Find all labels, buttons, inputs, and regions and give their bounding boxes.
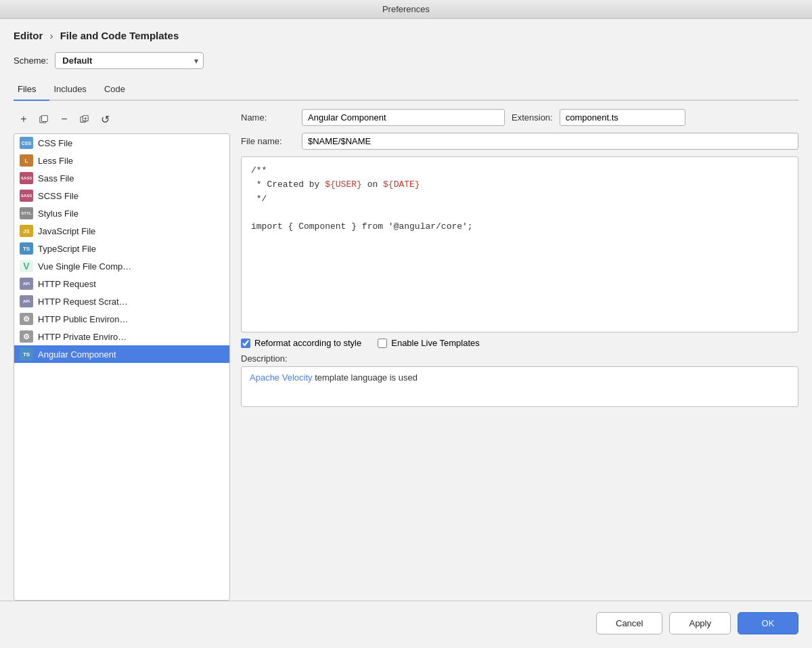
filename-row: File name: <box>241 133 798 150</box>
description-suffix: template language is used <box>313 372 418 383</box>
copy-template-button[interactable] <box>35 112 53 127</box>
scheme-select[interactable]: Default Project <box>55 52 204 69</box>
content-area: + − ↺ <box>14 109 798 601</box>
duplicate-template-button[interactable] <box>76 112 93 127</box>
vue-icon: V <box>20 260 33 272</box>
breadcrumb-part1: Editor <box>14 30 43 41</box>
list-item[interactable]: API HTTP Request <box>14 275 229 293</box>
apply-button[interactable]: Apply <box>669 612 731 634</box>
http-scratch-icon: API <box>20 295 33 307</box>
tab-files[interactable]: Files <box>14 79 49 101</box>
less-icon: L <box>20 154 33 167</box>
main-content: Editor › File and Code Templates Scheme:… <box>0 19 812 601</box>
file-list-toolbar: + − ↺ <box>14 109 230 129</box>
filename-label: File name: <box>241 136 295 146</box>
extension-input[interactable] <box>560 109 685 126</box>
breadcrumb: Editor › File and Code Templates <box>14 30 798 41</box>
file-item-label: CSS File <box>38 138 72 148</box>
css-icon: CSS <box>20 137 33 149</box>
list-item[interactable]: JS JavaScript File <box>14 222 229 240</box>
add-template-button[interactable]: + <box>15 112 32 127</box>
extension-label: Extension: <box>512 112 553 123</box>
scheme-label: Scheme: <box>14 56 48 66</box>
file-item-label: TypeScript File <box>38 244 96 254</box>
scheme-select-wrapper: Default Project <box>55 52 204 69</box>
breadcrumb-part2: File and Code Templates <box>60 30 179 41</box>
list-item[interactable]: API HTTP Request Scrat… <box>14 293 229 310</box>
checkbox-row: Reformat according to style Enable Live … <box>241 338 798 348</box>
apache-velocity-link[interactable]: Apache Velocity <box>250 372 313 383</box>
file-list: CSS CSS File L Less File SASS Sass File … <box>14 133 230 601</box>
tab-code[interactable]: Code <box>100 79 139 101</box>
cancel-button[interactable]: Cancel <box>596 612 662 634</box>
description-box: Apache Velocity template language is use… <box>241 366 798 407</box>
file-list-panel: + − ↺ <box>14 109 230 601</box>
svg-rect-1 <box>42 116 48 122</box>
window-title: Preferences <box>382 4 430 14</box>
reset-template-button[interactable]: ↺ <box>96 112 114 127</box>
styl-icon: STYL <box>20 207 33 219</box>
list-item[interactable]: STYL Stylus File <box>14 204 229 222</box>
list-item[interactable]: SASS Sass File <box>14 169 229 187</box>
reformat-label: Reformat according to style <box>254 338 361 348</box>
file-item-label: Angular Component <box>38 349 116 360</box>
file-item-label: HTTP Public Environ… <box>38 314 128 324</box>
js-icon: JS <box>20 225 33 237</box>
file-item-label: HTTP Private Enviro… <box>38 332 127 342</box>
list-item[interactable]: ⚙ HTTP Public Environ… <box>14 310 229 328</box>
list-item[interactable]: TS TypeScript File <box>14 240 229 257</box>
live-templates-label: Enable Live Templates <box>391 338 480 348</box>
breadcrumb-separator: › <box>50 30 53 41</box>
file-item-label: HTTP Request <box>38 279 96 289</box>
file-item-label: Stylus File <box>38 209 78 219</box>
list-item[interactable]: CSS CSS File <box>14 134 229 152</box>
list-item[interactable]: ⚙ HTTP Private Enviro… <box>14 328 229 345</box>
http-pub-env-icon: ⚙ <box>20 313 33 325</box>
sass-icon: SASS <box>20 172 33 184</box>
scss-icon: SASS <box>20 190 33 202</box>
file-item-label: Less File <box>38 156 73 166</box>
filename-input[interactable] <box>302 133 798 150</box>
list-item[interactable]: SASS SCSS File <box>14 187 229 204</box>
file-item-label: JavaScript File <box>38 226 95 236</box>
file-item-label: Sass File <box>38 173 74 183</box>
name-input[interactable] <box>302 109 505 126</box>
bottom-bar: Cancel Apply OK <box>0 601 812 648</box>
list-item[interactable]: V Vue Single File Comp… <box>14 257 229 275</box>
remove-template-button[interactable]: − <box>55 112 73 127</box>
tabs-bar: Files Includes Code <box>14 79 798 101</box>
description-label: Description: <box>241 353 798 364</box>
list-item-angular[interactable]: TS Angular Component <box>14 345 229 363</box>
angular-ts-icon: TS <box>20 348 33 360</box>
file-item-label: Vue Single File Comp… <box>38 261 131 272</box>
list-item[interactable]: L Less File <box>14 152 229 169</box>
http-priv-env-icon: ⚙ <box>20 330 33 343</box>
detail-panel: Name: Extension: File name: /** * Create… <box>230 109 798 601</box>
reformat-checkbox-label[interactable]: Reformat according to style <box>241 338 361 348</box>
file-item-label: HTTP Request Scrat… <box>38 297 128 307</box>
name-extension-row: Name: Extension: <box>241 109 798 126</box>
ts-icon: TS <box>20 242 33 255</box>
code-editor[interactable]: /** * Created by ${USER} on ${DATE} */ i… <box>241 156 798 332</box>
live-templates-checkbox[interactable] <box>378 339 387 348</box>
scheme-row: Scheme: Default Project <box>14 52 798 69</box>
tab-includes[interactable]: Includes <box>49 79 99 101</box>
title-bar: Preferences <box>0 0 812 19</box>
ok-button[interactable]: OK <box>738 612 798 634</box>
live-templates-checkbox-label[interactable]: Enable Live Templates <box>378 338 480 348</box>
file-item-label: SCSS File <box>38 191 78 201</box>
reformat-checkbox[interactable] <box>241 339 250 348</box>
name-label: Name: <box>241 112 295 123</box>
http-req-icon: API <box>20 278 33 290</box>
